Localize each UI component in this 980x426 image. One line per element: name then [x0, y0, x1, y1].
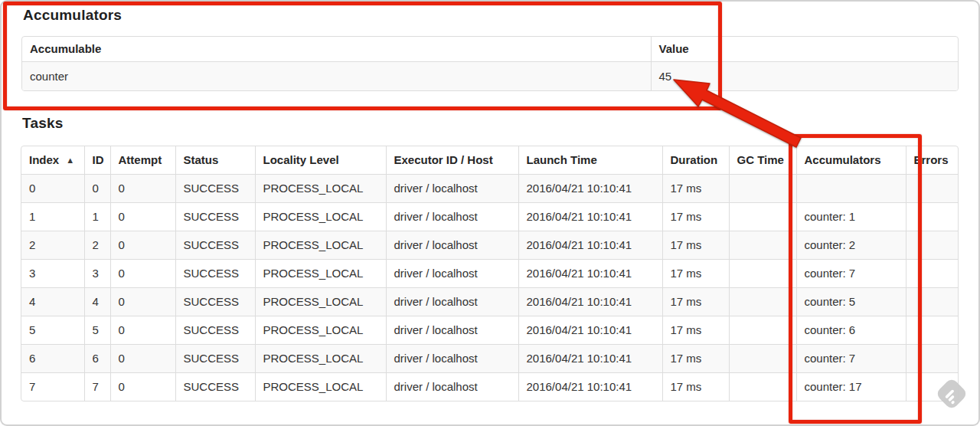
column-header-executor-id-host[interactable]: Executor ID / Host: [386, 146, 518, 174]
cell: 4: [21, 287, 84, 316]
cell: 1: [84, 202, 110, 231]
cell: [729, 174, 796, 202]
cell: PROCESS_LOCAL: [255, 202, 386, 231]
cell: [906, 202, 958, 231]
cell: PROCESS_LOCAL: [255, 316, 386, 344]
cell: [906, 316, 958, 344]
cell: 45: [651, 61, 958, 90]
cell: 17 ms: [662, 344, 729, 372]
accumulators-section-title: Accumulators: [23, 7, 122, 24]
cell: 2016/04/21 10:10:41: [518, 316, 662, 344]
table-row: 000SUCCESSPROCESS_LOCALdriver / localhos…: [21, 174, 958, 202]
cell: counter: 5: [796, 287, 906, 316]
cell: [906, 372, 958, 401]
header-row: AccumulableValue: [22, 37, 958, 61]
cell: 7: [21, 372, 84, 401]
cell: 17 ms: [662, 259, 729, 287]
cell: SUCCESS: [175, 287, 255, 316]
cell: 4: [84, 287, 110, 316]
cell: 0: [110, 372, 175, 401]
column-header-id[interactable]: ID: [84, 146, 110, 174]
cell: PROCESS_LOCAL: [255, 287, 386, 316]
cell: 2016/04/21 10:10:41: [518, 259, 662, 287]
cell: counter: 1: [796, 202, 906, 231]
cell: [906, 344, 958, 372]
table-row: 550SUCCESSPROCESS_LOCALdriver / localhos…: [21, 316, 958, 344]
cell: 5: [21, 316, 84, 344]
cell: 7: [84, 372, 110, 401]
cell: PROCESS_LOCAL: [255, 174, 386, 202]
cell: [729, 202, 796, 231]
cell: 3: [84, 259, 110, 287]
tasks-section-title: Tasks: [22, 115, 63, 132]
cell: PROCESS_LOCAL: [255, 344, 386, 372]
table-row: 770SUCCESSPROCESS_LOCALdriver / localhos…: [21, 372, 958, 401]
column-header-value: Value: [651, 37, 958, 61]
column-header-accumulators[interactable]: Accumulators: [796, 146, 906, 174]
cell: SUCCESS: [175, 202, 255, 231]
cell: 17 ms: [662, 316, 729, 344]
cell: 1: [21, 202, 84, 231]
cell: [729, 372, 796, 401]
column-header-launch-time[interactable]: Launch Time: [518, 146, 662, 174]
table-row: 330SUCCESSPROCESS_LOCALdriver / localhos…: [21, 259, 958, 287]
cell: counter: 7: [796, 344, 906, 372]
column-header-attempt[interactable]: Attempt: [110, 146, 175, 174]
header-row: Index▲IDAttemptStatusLocality LevelExecu…: [21, 146, 958, 174]
cell: 0: [110, 344, 175, 372]
cell: SUCCESS: [175, 231, 255, 259]
column-header-index[interactable]: Index▲: [21, 146, 84, 174]
table-row: 660SUCCESSPROCESS_LOCALdriver / localhos…: [21, 344, 958, 372]
cell: 2016/04/21 10:10:41: [518, 174, 662, 202]
cell: 2: [21, 231, 84, 259]
cell: 0: [84, 174, 110, 202]
spark-stage-details-page: Accumulators AccumulableValuecounter45 T…: [0, 0, 980, 426]
cell: counter: 7: [796, 259, 906, 287]
accumulators-table: AccumulableValuecounter45: [21, 36, 959, 91]
cell: driver / localhost: [386, 316, 518, 344]
cell: counter: 17: [796, 372, 906, 401]
cell: [729, 287, 796, 316]
cell: PROCESS_LOCAL: [255, 372, 386, 401]
cell: 0: [21, 174, 84, 202]
cell: PROCESS_LOCAL: [255, 259, 386, 287]
cell: SUCCESS: [175, 344, 255, 372]
tasks-table: Index▲IDAttemptStatusLocality LevelExecu…: [21, 146, 959, 401]
cell: 17 ms: [662, 174, 729, 202]
cell: 0: [110, 316, 175, 344]
cell: 2016/04/21 10:10:41: [518, 202, 662, 231]
column-header-status[interactable]: Status: [175, 146, 255, 174]
table-row: 220SUCCESSPROCESS_LOCALdriver / localhos…: [21, 231, 958, 259]
cell: driver / localhost: [386, 344, 518, 372]
cell: driver / localhost: [386, 202, 518, 231]
cell: driver / localhost: [386, 259, 518, 287]
cell: 0: [110, 287, 175, 316]
cell: [729, 316, 796, 344]
column-header-gc-time[interactable]: GC Time: [729, 146, 796, 174]
cell: 17 ms: [662, 372, 729, 401]
cell: 0: [110, 202, 175, 231]
cell: driver / localhost: [386, 372, 518, 401]
cell: 3: [21, 259, 84, 287]
cell: 0: [110, 174, 175, 202]
column-header-locality-level[interactable]: Locality Level: [255, 146, 386, 174]
cell: 2016/04/21 10:10:41: [518, 287, 662, 316]
table-row: 110SUCCESSPROCESS_LOCALdriver / localhos…: [21, 202, 958, 231]
cell: SUCCESS: [175, 316, 255, 344]
cell: [906, 287, 958, 316]
column-header-duration[interactable]: Duration: [662, 146, 729, 174]
cell: 2016/04/21 10:10:41: [518, 372, 662, 401]
cell: 2: [84, 231, 110, 259]
cell: counter: 6: [796, 316, 906, 344]
cell: SUCCESS: [175, 174, 255, 202]
column-header-accumulable: Accumulable: [22, 37, 651, 61]
cell: SUCCESS: [175, 372, 255, 401]
cell: [729, 344, 796, 372]
table-row: counter45: [22, 61, 958, 90]
cell: 0: [110, 259, 175, 287]
cell: 2016/04/21 10:10:41: [518, 231, 662, 259]
column-header-errors[interactable]: Errors: [906, 146, 958, 174]
cell: 5: [84, 316, 110, 344]
cell: [729, 259, 796, 287]
cell: [906, 174, 958, 202]
